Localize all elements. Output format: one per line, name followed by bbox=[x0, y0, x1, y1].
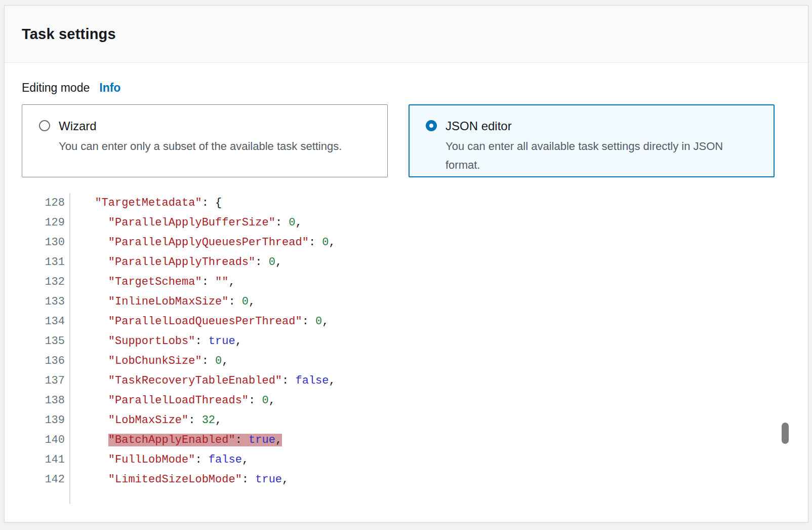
line-number: 129 bbox=[22, 213, 70, 233]
code-line[interactable]: 136 "LobChunkSize": 0, bbox=[22, 351, 808, 371]
line-number: 142 bbox=[22, 470, 70, 489]
code-line-text[interactable]: "LobChunkSize": 0, bbox=[70, 351, 228, 371]
code-line-text[interactable]: "ParallelLoadThreads": 0, bbox=[70, 391, 275, 410]
option-label: JSON editor bbox=[445, 119, 760, 133]
line-number: 136 bbox=[22, 351, 70, 371]
code-line[interactable]: 134 "ParallelLoadQueuesPerThread": 0, bbox=[22, 312, 808, 331]
option-description: You can enter only a subset of the avail… bbox=[59, 137, 342, 156]
code-line[interactable]: 132 "TargetSchema": "", bbox=[22, 272, 808, 292]
editing-mode-row: Editing mode Info bbox=[22, 81, 808, 95]
line-number: 134 bbox=[22, 312, 70, 331]
line-number: 141 bbox=[22, 450, 70, 470]
code-line[interactable]: 131 "ParallelApplyThreads": 0, bbox=[22, 252, 808, 272]
code-line[interactable]: 130 "ParallelApplyQueuesPerThread": 0, bbox=[22, 233, 808, 252]
code-line-text[interactable]: "ParallelApplyQueuesPerThread": 0, bbox=[70, 233, 336, 252]
code-line-text[interactable]: "SupportLobs": true, bbox=[70, 331, 242, 351]
code-line-text[interactable]: "TargetSchema": "", bbox=[70, 272, 235, 292]
option-card-text: Wizard You can enter only a subset of th… bbox=[59, 119, 342, 156]
code-line-text[interactable]: "InlineLobMaxSize": 0, bbox=[70, 292, 255, 312]
line-number: 131 bbox=[22, 252, 70, 272]
code-line-text[interactable]: "BatchApplyEnabled": true, bbox=[70, 430, 282, 450]
code-line-text[interactable]: "ParallelApplyBufferSize": 0, bbox=[70, 213, 302, 233]
radio-json-editor[interactable] bbox=[426, 120, 437, 131]
gutter-divider bbox=[22, 489, 70, 504]
option-card-json-editor[interactable]: JSON editor You can enter all available … bbox=[409, 104, 775, 177]
code-line-text[interactable]: "TargetMetadata": { bbox=[70, 193, 222, 213]
line-number: 138 bbox=[22, 391, 70, 410]
radio-wizard[interactable] bbox=[39, 120, 50, 131]
code-line-text[interactable]: "FullLobMode": false, bbox=[70, 450, 249, 470]
line-number: 132 bbox=[22, 272, 70, 292]
option-card-wizard[interactable]: Wizard You can enter only a subset of th… bbox=[22, 104, 388, 177]
line-number: 130 bbox=[22, 233, 70, 252]
line-number: 135 bbox=[22, 331, 70, 351]
code-line[interactable]: 129 "ParallelApplyBufferSize": 0, bbox=[22, 213, 808, 233]
code-line[interactable]: 140 "BatchApplyEnabled": true, bbox=[22, 430, 808, 450]
code-line-text[interactable]: "ParallelApplyThreads": 0, bbox=[70, 252, 282, 272]
code-line[interactable]: 133 "InlineLobMaxSize": 0, bbox=[22, 292, 808, 312]
option-description: You can enter all available task setting… bbox=[445, 137, 760, 174]
code-line-text[interactable]: "LobMaxSize": 32, bbox=[70, 410, 222, 430]
line-number: 139 bbox=[22, 410, 70, 430]
json-code-editor[interactable]: 128 "TargetMetadata": {129 "ParallelAppl… bbox=[22, 193, 808, 504]
code-line[interactable]: 135 "SupportLobs": true, bbox=[22, 331, 808, 351]
info-link[interactable]: Info bbox=[99, 81, 120, 95]
code-lines: 128 "TargetMetadata": {129 "ParallelAppl… bbox=[22, 193, 808, 489]
panel-header: Task settings bbox=[5, 6, 808, 63]
option-card-text: JSON editor You can enter all available … bbox=[445, 119, 760, 174]
gutter-spacer bbox=[22, 489, 808, 504]
line-number: 140 bbox=[22, 430, 70, 450]
code-line[interactable]: 142 "LimitedSizeLobMode": true, bbox=[22, 470, 808, 489]
code-line[interactable]: 137 "TaskRecoveryTableEnabled": false, bbox=[22, 371, 808, 391]
page-title: Task settings bbox=[22, 26, 116, 43]
code-line[interactable]: 138 "ParallelLoadThreads": 0, bbox=[22, 391, 808, 410]
editing-mode-label: Editing mode bbox=[22, 81, 90, 95]
option-label: Wizard bbox=[59, 119, 342, 133]
code-line-text[interactable]: "ParallelLoadQueuesPerThread": 0, bbox=[70, 312, 329, 331]
line-number: 128 bbox=[22, 193, 70, 213]
editing-mode-options: Wizard You can enter only a subset of th… bbox=[22, 104, 808, 177]
code-line[interactable]: 139 "LobMaxSize": 32, bbox=[22, 410, 808, 430]
code-line-text[interactable]: "TaskRecoveryTableEnabled": false, bbox=[70, 371, 336, 391]
scrollbar-thumb[interactable] bbox=[782, 423, 789, 444]
task-settings-panel: Task settings Editing mode Info Wizard Y… bbox=[4, 5, 808, 522]
code-line-text[interactable]: "LimitedSizeLobMode": true, bbox=[70, 470, 289, 489]
line-number: 137 bbox=[22, 371, 70, 391]
line-number: 133 bbox=[22, 292, 70, 312]
code-line[interactable]: 141 "FullLobMode": false, bbox=[22, 450, 808, 470]
highlighted-code: "BatchApplyEnabled": true, bbox=[108, 434, 282, 446]
code-line[interactable]: 128 "TargetMetadata": { bbox=[22, 193, 808, 213]
panel-body: Editing mode Info Wizard You can enter o… bbox=[5, 63, 808, 504]
